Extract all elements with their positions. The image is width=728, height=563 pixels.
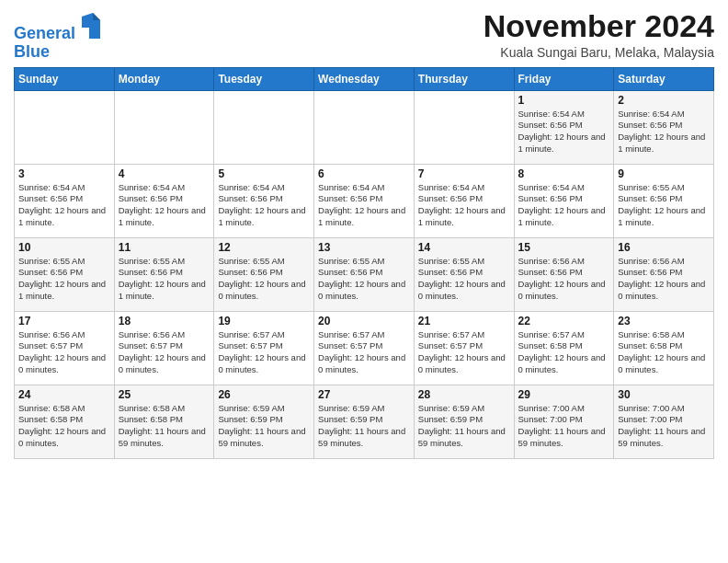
day-number: 26	[218, 388, 310, 401]
calendar-cell: 3Sunrise: 6:54 AM Sunset: 6:56 PM Daylig…	[15, 164, 115, 237]
logo-general: General	[14, 24, 75, 42]
col-header-saturday: Saturday	[614, 67, 714, 90]
calendar-table: SundayMondayTuesdayWednesdayThursdayFrid…	[14, 67, 714, 459]
day-info: Sunrise: 6:54 AM Sunset: 6:56 PM Dayligh…	[119, 182, 210, 229]
day-number: 2	[618, 94, 710, 107]
day-info: Sunrise: 6:59 AM Sunset: 6:59 PM Dayligh…	[418, 403, 510, 450]
logo: General Blue	[14, 13, 100, 62]
day-number: 30	[618, 388, 710, 401]
month-title: November 2024	[483, 9, 714, 43]
day-number: 12	[218, 241, 310, 254]
day-number: 25	[119, 388, 210, 401]
calendar-cell	[214, 90, 314, 164]
calendar-cell: 6Sunrise: 6:54 AM Sunset: 6:56 PM Daylig…	[314, 164, 415, 237]
calendar-cell: 23Sunrise: 6:58 AM Sunset: 6:58 PM Dayli…	[614, 311, 714, 385]
calendar-cell: 1Sunrise: 6:54 AM Sunset: 6:56 PM Daylig…	[514, 90, 614, 164]
calendar-cell: 4Sunrise: 6:54 AM Sunset: 6:56 PM Daylig…	[114, 164, 214, 237]
day-info: Sunrise: 6:58 AM Sunset: 6:58 PM Dayligh…	[18, 403, 110, 450]
day-info: Sunrise: 6:57 AM Sunset: 6:57 PM Dayligh…	[318, 329, 410, 376]
calendar-cell: 22Sunrise: 6:57 AM Sunset: 6:58 PM Dayli…	[514, 311, 614, 385]
location: Kuala Sungai Baru, Melaka, Malaysia	[483, 45, 714, 60]
calendar-cell: 14Sunrise: 6:55 AM Sunset: 6:56 PM Dayli…	[414, 237, 514, 311]
day-info: Sunrise: 6:57 AM Sunset: 6:58 PM Dayligh…	[518, 329, 610, 376]
day-number: 20	[318, 315, 410, 327]
day-info: Sunrise: 7:00 AM Sunset: 7:00 PM Dayligh…	[618, 403, 710, 450]
day-number: 10	[18, 241, 110, 254]
calendar-cell: 10Sunrise: 6:55 AM Sunset: 6:56 PM Dayli…	[15, 237, 115, 311]
day-number: 1	[518, 94, 610, 107]
col-header-monday: Monday	[114, 67, 214, 90]
day-info: Sunrise: 6:56 AM Sunset: 6:56 PM Dayligh…	[518, 256, 610, 303]
calendar-cell: 13Sunrise: 6:55 AM Sunset: 6:56 PM Dayli…	[314, 237, 415, 311]
day-number: 15	[518, 241, 610, 254]
calendar-cell: 29Sunrise: 7:00 AM Sunset: 7:00 PM Dayli…	[514, 385, 614, 458]
day-number: 3	[18, 167, 110, 180]
day-number: 14	[418, 241, 510, 254]
day-info: Sunrise: 6:54 AM Sunset: 6:56 PM Dayligh…	[18, 182, 110, 229]
logo-blue: Blue	[14, 43, 100, 62]
calendar-cell	[414, 90, 514, 164]
logo-icon	[82, 13, 100, 39]
calendar-cell: 12Sunrise: 6:55 AM Sunset: 6:56 PM Dayli…	[214, 237, 314, 311]
day-number: 4	[119, 167, 210, 180]
day-number: 5	[218, 167, 310, 180]
day-number: 6	[318, 167, 410, 180]
col-header-wednesday: Wednesday	[314, 67, 415, 90]
calendar-cell: 18Sunrise: 6:56 AM Sunset: 6:57 PM Dayli…	[114, 311, 214, 385]
calendar-cell: 5Sunrise: 6:54 AM Sunset: 6:56 PM Daylig…	[214, 164, 314, 237]
day-number: 21	[418, 315, 510, 327]
day-number: 8	[518, 167, 610, 180]
day-number: 24	[18, 388, 110, 401]
calendar-cell: 2Sunrise: 6:54 AM Sunset: 6:56 PM Daylig…	[614, 90, 714, 164]
day-number: 7	[418, 167, 510, 180]
col-header-sunday: Sunday	[15, 67, 115, 90]
day-info: Sunrise: 7:00 AM Sunset: 7:00 PM Dayligh…	[518, 403, 610, 450]
day-info: Sunrise: 6:54 AM Sunset: 6:56 PM Dayligh…	[318, 182, 410, 229]
day-info: Sunrise: 6:57 AM Sunset: 6:57 PM Dayligh…	[418, 329, 510, 376]
calendar-cell: 7Sunrise: 6:54 AM Sunset: 6:56 PM Daylig…	[414, 164, 514, 237]
calendar-cell: 24Sunrise: 6:58 AM Sunset: 6:58 PM Dayli…	[15, 385, 115, 458]
day-info: Sunrise: 6:54 AM Sunset: 6:56 PM Dayligh…	[518, 109, 610, 155]
calendar-week-1: 1Sunrise: 6:54 AM Sunset: 6:56 PM Daylig…	[15, 90, 714, 164]
day-info: Sunrise: 6:54 AM Sunset: 6:56 PM Dayligh…	[418, 182, 510, 229]
calendar-week-4: 17Sunrise: 6:56 AM Sunset: 6:57 PM Dayli…	[15, 311, 714, 385]
calendar-cell: 21Sunrise: 6:57 AM Sunset: 6:57 PM Dayli…	[414, 311, 514, 385]
calendar-cell: 17Sunrise: 6:56 AM Sunset: 6:57 PM Dayli…	[15, 311, 115, 385]
day-info: Sunrise: 6:55 AM Sunset: 6:56 PM Dayligh…	[18, 256, 110, 303]
calendar-cell: 25Sunrise: 6:58 AM Sunset: 6:58 PM Dayli…	[114, 385, 214, 458]
calendar-week-5: 24Sunrise: 6:58 AM Sunset: 6:58 PM Dayli…	[15, 385, 714, 458]
day-info: Sunrise: 6:59 AM Sunset: 6:59 PM Dayligh…	[218, 403, 310, 450]
day-info: Sunrise: 6:55 AM Sunset: 6:56 PM Dayligh…	[119, 256, 210, 303]
day-info: Sunrise: 6:54 AM Sunset: 6:56 PM Dayligh…	[618, 109, 710, 155]
day-info: Sunrise: 6:58 AM Sunset: 6:58 PM Dayligh…	[119, 403, 210, 450]
day-info: Sunrise: 6:55 AM Sunset: 6:56 PM Dayligh…	[218, 256, 310, 303]
calendar-cell: 20Sunrise: 6:57 AM Sunset: 6:57 PM Dayli…	[314, 311, 415, 385]
calendar-cell	[114, 90, 214, 164]
day-number: 28	[418, 388, 510, 401]
calendar-cell: 8Sunrise: 6:54 AM Sunset: 6:56 PM Daylig…	[514, 164, 614, 237]
calendar-cell	[15, 90, 115, 164]
day-number: 27	[318, 388, 410, 401]
day-info: Sunrise: 6:55 AM Sunset: 6:56 PM Dayligh…	[418, 256, 510, 303]
title-block: November 2024 Kuala Sungai Baru, Melaka,…	[483, 9, 714, 60]
calendar-cell: 9Sunrise: 6:55 AM Sunset: 6:56 PM Daylig…	[614, 164, 714, 237]
calendar-cell: 30Sunrise: 7:00 AM Sunset: 7:00 PM Dayli…	[614, 385, 714, 458]
day-info: Sunrise: 6:55 AM Sunset: 6:56 PM Dayligh…	[318, 256, 410, 303]
day-number: 29	[518, 388, 610, 401]
day-info: Sunrise: 6:55 AM Sunset: 6:56 PM Dayligh…	[618, 182, 710, 229]
day-info: Sunrise: 6:54 AM Sunset: 6:56 PM Dayligh…	[218, 182, 310, 229]
calendar-cell: 26Sunrise: 6:59 AM Sunset: 6:59 PM Dayli…	[214, 385, 314, 458]
day-number: 23	[618, 315, 710, 327]
calendar-cell: 15Sunrise: 6:56 AM Sunset: 6:56 PM Dayli…	[514, 237, 614, 311]
day-info: Sunrise: 6:56 AM Sunset: 6:57 PM Dayligh…	[18, 329, 110, 376]
calendar-cell: 16Sunrise: 6:56 AM Sunset: 6:56 PM Dayli…	[614, 237, 714, 311]
calendar-week-3: 10Sunrise: 6:55 AM Sunset: 6:56 PM Dayli…	[15, 237, 714, 311]
page-header: General Blue November 2024 Kuala Sungai …	[14, 9, 714, 62]
day-info: Sunrise: 6:56 AM Sunset: 6:57 PM Dayligh…	[119, 329, 210, 376]
day-info: Sunrise: 6:54 AM Sunset: 6:56 PM Dayligh…	[518, 182, 610, 229]
day-info: Sunrise: 6:56 AM Sunset: 6:56 PM Dayligh…	[618, 256, 710, 303]
calendar-week-2: 3Sunrise: 6:54 AM Sunset: 6:56 PM Daylig…	[15, 164, 714, 237]
day-number: 13	[318, 241, 410, 254]
logo-text: General	[14, 13, 100, 43]
day-number: 9	[618, 167, 710, 180]
